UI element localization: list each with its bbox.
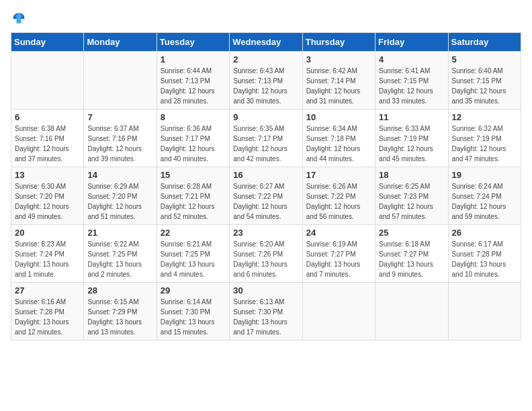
daylight-label: Daylight: 12 hours and 30 minutes. — [233, 87, 287, 105]
sunset-label: Sunset: 7:17 PM — [233, 135, 283, 142]
daylight-label: Daylight: 13 hours and 15 minutes. — [161, 318, 215, 336]
sunrise-label: Sunrise: 6:32 AM — [452, 125, 503, 132]
sunrise-label: Sunrise: 6:38 AM — [15, 125, 66, 132]
day-info: Sunrise: 6:17 AMSunset: 7:28 PMDaylight:… — [452, 239, 517, 279]
calendar-cell: 19Sunrise: 6:24 AMSunset: 7:24 PMDayligh… — [448, 167, 521, 225]
day-number: 21 — [87, 228, 152, 238]
sunrise-label: Sunrise: 6:13 AM — [233, 298, 284, 306]
week-row-1: 1Sunrise: 6:44 AMSunset: 7:13 PMDaylight… — [11, 52, 521, 109]
day-number: 29 — [161, 285, 226, 295]
sunset-label: Sunset: 7:28 PM — [15, 308, 64, 316]
sunrise-label: Sunrise: 6:43 AM — [233, 67, 284, 75]
sunrise-label: Sunrise: 6:15 AM — [87, 298, 138, 306]
sunrise-label: Sunrise: 6:22 AM — [87, 240, 138, 248]
calendar-cell: 27Sunrise: 6:16 AMSunset: 7:28 PMDayligh… — [11, 283, 84, 340]
calendar-cell: 16Sunrise: 6:27 AMSunset: 7:22 PMDayligh… — [230, 167, 302, 225]
sunset-label: Sunset: 7:25 PM — [161, 250, 210, 258]
weekday-header-friday: Friday — [375, 33, 448, 52]
sunset-label: Sunset: 7:21 PM — [161, 193, 210, 200]
sunrise-label: Sunrise: 6:24 AM — [452, 183, 503, 190]
day-info: Sunrise: 6:36 AMSunset: 7:17 PMDaylight:… — [161, 124, 226, 164]
day-number: 14 — [87, 170, 152, 180]
day-info: Sunrise: 6:27 AMSunset: 7:22 PMDaylight:… — [233, 181, 298, 222]
sunset-label: Sunset: 7:16 PM — [87, 135, 137, 142]
day-info: Sunrise: 6:34 AMSunset: 7:18 PMDaylight:… — [306, 124, 371, 164]
daylight-label: Daylight: 12 hours and 51 minutes. — [87, 203, 142, 220]
weekday-header-saturday: Saturday — [448, 33, 521, 52]
daylight-label: Daylight: 12 hours and 54 minutes. — [233, 203, 287, 220]
daylight-label: Daylight: 12 hours and 42 minutes. — [233, 145, 287, 163]
sunset-label: Sunset: 7:28 PM — [452, 250, 502, 258]
calendar-cell — [11, 52, 84, 109]
calendar-cell: 21Sunrise: 6:22 AMSunset: 7:25 PMDayligh… — [84, 225, 157, 283]
daylight-label: Daylight: 13 hours and 7 minutes. — [306, 261, 361, 278]
sunset-label: Sunset: 7:20 PM — [15, 193, 64, 200]
daylight-label: Daylight: 12 hours and 35 minutes. — [452, 87, 506, 105]
sunset-label: Sunset: 7:29 PM — [87, 308, 137, 316]
calendar-cell — [302, 283, 375, 340]
calendar-cell: 8Sunrise: 6:36 AMSunset: 7:17 PMDaylight… — [157, 109, 229, 167]
calendar-cell: 24Sunrise: 6:19 AMSunset: 7:27 PMDayligh… — [302, 225, 375, 283]
sunrise-label: Sunrise: 6:18 AM — [379, 240, 430, 248]
day-info: Sunrise: 6:35 AMSunset: 7:17 PMDaylight:… — [233, 124, 298, 164]
day-info: Sunrise: 6:37 AMSunset: 7:16 PMDaylight:… — [87, 124, 152, 164]
day-info: Sunrise: 6:23 AMSunset: 7:24 PMDaylight:… — [15, 239, 80, 279]
day-number: 5 — [452, 54, 517, 64]
calendar-cell: 12Sunrise: 6:32 AMSunset: 7:19 PMDayligh… — [448, 109, 521, 167]
day-number: 28 — [87, 285, 152, 295]
daylight-label: Daylight: 13 hours and 13 minutes. — [87, 318, 142, 336]
calendar-cell: 23Sunrise: 6:20 AMSunset: 7:26 PMDayligh… — [230, 225, 302, 283]
daylight-label: Daylight: 12 hours and 37 minutes. — [15, 145, 69, 163]
calendar-cell: 13Sunrise: 6:30 AMSunset: 7:20 PMDayligh… — [11, 167, 84, 225]
day-info: Sunrise: 6:15 AMSunset: 7:29 PMDaylight:… — [87, 297, 152, 337]
calendar-cell — [375, 283, 448, 340]
week-row-5: 27Sunrise: 6:16 AMSunset: 7:28 PMDayligh… — [11, 283, 521, 340]
sunset-label: Sunset: 7:23 PM — [379, 193, 429, 200]
week-row-4: 20Sunrise: 6:23 AMSunset: 7:24 PMDayligh… — [11, 225, 521, 283]
sunrise-label: Sunrise: 6:23 AM — [15, 240, 66, 248]
daylight-label: Daylight: 12 hours and 52 minutes. — [161, 203, 215, 220]
daylight-label: Daylight: 12 hours and 47 minutes. — [452, 145, 506, 163]
daylight-label: Daylight: 12 hours and 56 minutes. — [306, 203, 361, 220]
sunrise-label: Sunrise: 6:26 AM — [306, 183, 357, 190]
day-info: Sunrise: 6:13 AMSunset: 7:30 PMDaylight:… — [233, 297, 298, 337]
day-number: 11 — [379, 112, 444, 122]
sunset-label: Sunset: 7:17 PM — [161, 135, 210, 142]
day-number: 4 — [379, 54, 444, 64]
day-info: Sunrise: 6:44 AMSunset: 7:13 PMDaylight:… — [161, 66, 226, 106]
sunset-label: Sunset: 7:30 PM — [233, 308, 283, 316]
calendar-cell: 5Sunrise: 6:40 AMSunset: 7:15 PMDaylight… — [448, 52, 521, 109]
day-info: Sunrise: 6:22 AMSunset: 7:25 PMDaylight:… — [87, 239, 152, 279]
sunrise-label: Sunrise: 6:29 AM — [87, 183, 138, 190]
sunset-label: Sunset: 7:25 PM — [87, 250, 137, 258]
day-info: Sunrise: 6:21 AMSunset: 7:25 PMDaylight:… — [161, 239, 226, 279]
week-row-2: 6Sunrise: 6:38 AMSunset: 7:16 PMDaylight… — [11, 109, 521, 167]
day-number: 20 — [15, 228, 80, 238]
sunset-label: Sunset: 7:30 PM — [161, 308, 210, 316]
day-number: 23 — [233, 228, 298, 238]
day-number: 25 — [379, 228, 444, 238]
daylight-label: Daylight: 12 hours and 57 minutes. — [379, 203, 433, 220]
sunrise-label: Sunrise: 6:21 AM — [161, 240, 212, 248]
sunset-label: Sunset: 7:24 PM — [15, 250, 64, 258]
daylight-label: Daylight: 13 hours and 4 minutes. — [161, 261, 215, 278]
weekday-header-wednesday: Wednesday — [230, 33, 302, 52]
sunrise-label: Sunrise: 6:35 AM — [233, 125, 284, 132]
day-info: Sunrise: 6:33 AMSunset: 7:19 PMDaylight:… — [379, 124, 444, 164]
daylight-label: Daylight: 12 hours and 39 minutes. — [87, 145, 142, 163]
day-info: Sunrise: 6:42 AMSunset: 7:14 PMDaylight:… — [306, 66, 371, 106]
sunset-label: Sunset: 7:24 PM — [452, 193, 502, 200]
calendar-cell: 4Sunrise: 6:41 AMSunset: 7:15 PMDaylight… — [375, 52, 448, 109]
weekday-header-row: SundayMondayTuesdayWednesdayThursdayFrid… — [11, 33, 521, 52]
sunset-label: Sunset: 7:19 PM — [379, 135, 429, 142]
daylight-label: Daylight: 12 hours and 59 minutes. — [452, 203, 506, 220]
weekday-header-monday: Monday — [84, 33, 157, 52]
sunrise-label: Sunrise: 6:42 AM — [306, 67, 357, 75]
sunset-label: Sunset: 7:26 PM — [233, 250, 283, 258]
page-header — [11, 11, 521, 27]
day-info: Sunrise: 6:14 AMSunset: 7:30 PMDaylight:… — [161, 297, 226, 337]
calendar-cell: 22Sunrise: 6:21 AMSunset: 7:25 PMDayligh… — [157, 225, 229, 283]
calendar-cell: 14Sunrise: 6:29 AMSunset: 7:20 PMDayligh… — [84, 167, 157, 225]
sunset-label: Sunset: 7:13 PM — [233, 77, 283, 85]
calendar-cell: 11Sunrise: 6:33 AMSunset: 7:19 PMDayligh… — [375, 109, 448, 167]
